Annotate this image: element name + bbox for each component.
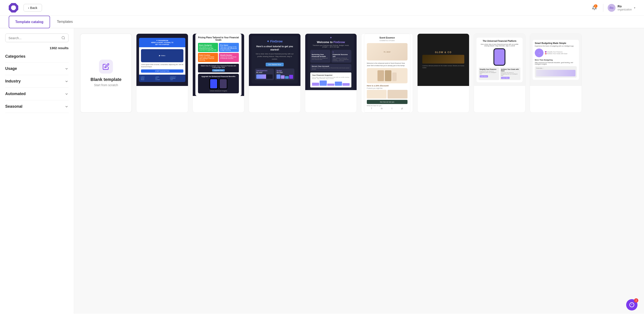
chevron-down-icon: ▾ (634, 6, 635, 9)
pricing-template-mockup: Pricing Plans Tailored to Your Financial… (196, 34, 242, 96)
glow-header: GLOW & CO (422, 51, 464, 54)
template-card-glow[interactable]: GLOW & CO Luxurious skincare products fo… (417, 34, 469, 113)
main-layout: 1302 results Categories Usage Industry A… (0, 28, 644, 314)
fg-snapshot: Your Financial Snapshot Get a clear view… (310, 72, 351, 88)
universal-phone (479, 48, 521, 66)
wealth-card: Wealth Builder Unlock the full spectrum … (219, 53, 239, 62)
tab-templates[interactable]: Templates (51, 16, 79, 28)
sidebar-item-usage[interactable]: Usage (5, 62, 68, 75)
spt-header: ✦ PAYARROWHERE'S A SHORT TUTORIAL TOGET … (139, 38, 185, 47)
scent-hero: Hi, Jane! (367, 43, 408, 60)
spt-body: ▶ Video Lorem ipsum dolor sit amet, cons… (139, 47, 185, 75)
template-preview-smart: Smart Budgeting Made Simple Experience t… (530, 34, 581, 86)
blank-icon (99, 60, 113, 74)
logo-inner (11, 6, 16, 10)
template-preview-scent: Scent Essence COSMETICS STUDIO Hi, Jane!… (362, 34, 413, 112)
sidebar-item-industry[interactable]: Industry (5, 75, 68, 88)
search-input[interactable] (8, 36, 59, 40)
avatar: Ro (608, 4, 616, 12)
edit-icon (102, 63, 110, 70)
header-divider (603, 4, 603, 12)
notification-button[interactable]: 1 (590, 4, 599, 12)
user-menu[interactable]: Ro Ro organization ▾ (608, 4, 635, 12)
chat-button[interactable]: 2 (626, 299, 638, 310)
template-preview-pricing: Pricing Plans Tailored to Your Financial… (193, 34, 244, 96)
tab-nav: Template catalog Templates (0, 16, 644, 28)
chevron-down-icon (64, 105, 68, 108)
svg-line-1 (64, 38, 64, 39)
template-card-fin-tutorial[interactable]: ✦ FinGrow Here's a short tutorial to get… (249, 34, 300, 113)
content-area: Blank template Start from scratch ✦ PAYA… (74, 28, 644, 314)
glow-template-mockup: GLOW & CO Luxurious skincare products fo… (420, 49, 466, 71)
template-preview-fin-tutorial: ✦ FinGrow Here's a short tutorial to get… (249, 34, 300, 86)
sidebar: 1302 results Categories Usage Industry A… (0, 28, 74, 314)
support-template-mockup: ✦ PAYARROWHERE'S A SHORT TUTORIAL TOGET … (139, 38, 185, 82)
industry-label: Industry (5, 79, 21, 84)
pricing-title: Pricing Plans Tailored to Your Financial… (198, 36, 239, 41)
spt-footer-grid: LINKSHomeAbout LINKSProContact CONTACTin… (141, 76, 184, 80)
scent-tagline: COSMETICS STUDIO (367, 40, 408, 41)
template-preview: ✦ PAYARROWHERE'S A SHORT TUTORIAL TOGET … (136, 34, 188, 86)
search-box[interactable] (5, 34, 68, 42)
pro-card: Pro Saver Take your savings to the next … (219, 43, 239, 52)
chevron-down-icon (64, 80, 68, 83)
fg-success-card: 5 Financial Success 101 Your pathway to … (331, 50, 351, 63)
template-preview-fingrow-welcome: ✦ Welcome to FinGrow Transform your fina… (305, 34, 356, 90)
universal-template-mockup: The Universal Financial Platform Get a c… (476, 38, 523, 82)
scent-products (367, 68, 408, 83)
back-button[interactable]: ‹ Back (24, 4, 42, 12)
app-logo (9, 3, 18, 12)
usage-label: Usage (5, 66, 17, 71)
header-left: ‹ Back (9, 3, 42, 12)
scent-template-mockup: Scent Essence COSMETICS STUDIO Hi, Jane!… (364, 34, 410, 112)
template-card-fingrow-welcome[interactable]: ✦ Welcome to FinGrow Transform your fina… (305, 34, 357, 113)
categories-title: Categories (5, 54, 68, 59)
pricing-grid: Basic Budgeter Get started on your finan… (198, 43, 239, 62)
back-chevron-icon: ‹ Back (28, 6, 38, 10)
chat-badge: 2 (634, 298, 638, 303)
pricing-footer: Watch How To Unleash Your Financial Pote… (198, 64, 239, 72)
template-card-universal[interactable]: The Universal Financial Platform Get a c… (474, 34, 526, 113)
fingrow-welcome-mockup: ✦ Welcome to FinGrow Transform your fina… (308, 34, 354, 90)
debt-card: Debt Crusher Crush your debt faster with… (198, 53, 218, 62)
app-header: ‹ Back 1 Ro Ro organization ▾ (0, 0, 644, 16)
blank-template-card[interactable]: Blank template Start from scratch (80, 34, 132, 113)
automated-label: Automated (5, 92, 26, 96)
user-org: organization (618, 8, 632, 11)
notification-badge: 1 (594, 4, 598, 8)
header-right: 1 Ro Ro organization ▾ (590, 4, 635, 12)
chevron-down-icon (64, 92, 68, 96)
fin-tutorial-mockup: ✦ FinGrow Here's a short tutorial to get… (252, 36, 298, 84)
seasonal-label: Seasonal (5, 104, 22, 109)
blank-title: Blank template (90, 77, 122, 82)
svg-point-0 (62, 36, 64, 39)
fg-cards: → Nurturing Your Financial Growth Discov… (310, 50, 351, 63)
user-info: Ro organization (618, 4, 632, 11)
result-count: 1302 results (5, 46, 68, 50)
tab-template-catalog[interactable]: Template catalog (9, 16, 50, 28)
template-preview-universal: The Universal Financial Platform Get a c… (474, 34, 525, 86)
template-card-payarrow[interactable]: ✦ PAYARROWHERE'S A SHORT TUTORIAL TOGET … (136, 34, 188, 113)
template-preview-glow: GLOW & CO Luxurious skincare products fo… (418, 34, 469, 86)
blank-subtitle: Start from scratch (94, 83, 118, 87)
basic-card: Basic Budgeter Get started on your finan… (198, 43, 218, 52)
chevron-down-icon (64, 67, 68, 71)
template-card-pricing[interactable]: Pricing Plans Tailored to Your Financial… (192, 34, 244, 113)
spt-footer: LINKSHomeAbout LINKSProContact CONTACTin… (139, 75, 185, 82)
search-icon (61, 36, 65, 40)
template-card-scent[interactable]: Scent Essence COSMETICS STUDIO Hi, Jane!… (361, 34, 413, 113)
sidebar-item-seasonal[interactable]: Seasonal (5, 100, 68, 113)
scent-header: Scent Essence (367, 36, 408, 39)
fg-nurture-card: → Nurturing Your Financial Growth Discov… (310, 50, 330, 63)
sidebar-item-automated[interactable]: Automated (5, 88, 68, 100)
glow-text: Luxurious skincare products for the mode… (422, 65, 464, 68)
smart-budgeting-mockup: Smart Budgeting Made Simple Experience t… (532, 40, 579, 80)
user-name: Ro (618, 4, 632, 8)
fg-secure-card: Secure Your Account Discover how we safe… (310, 64, 351, 71)
template-card-smart-budgeting[interactable]: Smart Budgeting Made Simple Experience t… (530, 34, 582, 113)
templates-grid: Blank template Start from scratch ✦ PAYA… (80, 34, 638, 113)
chat-icon (629, 302, 634, 308)
universal-features: Simplify Your Finances Experience the fu… (479, 68, 521, 80)
glow-image (422, 55, 464, 64)
